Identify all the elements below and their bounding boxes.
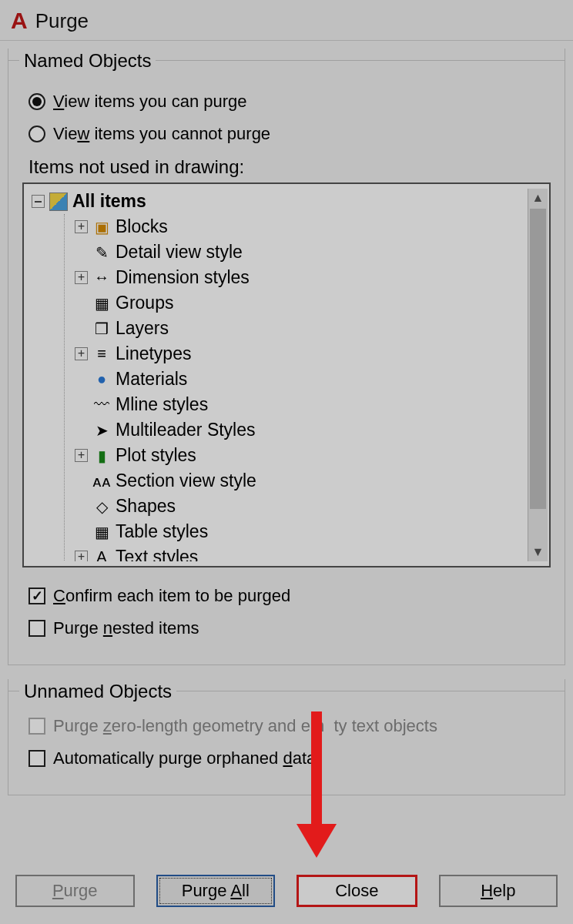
title-bar: A Purge [0, 0, 573, 41]
tree-spacer [75, 296, 88, 310]
tree-node-label: Materials [116, 369, 187, 390]
button-bar: Purge Purge All Close Help [0, 858, 573, 924]
purge-button: Purge [15, 875, 135, 907]
tree-node[interactable]: ◇Shapes [30, 494, 528, 519]
scroll-thumb[interactable] [530, 209, 546, 509]
tree-spacer [75, 373, 88, 386]
tree-node-icon: ᴀᴀ [92, 472, 111, 490]
tree-node[interactable]: 〰Mline styles [30, 392, 528, 417]
tree-node[interactable]: ᴀᴀSection view style [30, 468, 528, 494]
tree-node-icon: ✎ [92, 243, 111, 262]
checkbox-label: Confirm each item to be purged [53, 586, 290, 606]
checkbox-label: Purge zero-length geometry and em ty tex… [53, 716, 437, 736]
tree-node-label: Table styles [116, 521, 208, 542]
radio-label: View items you cannot purge [53, 124, 270, 144]
tree-node-label: Layers [116, 318, 169, 339]
scroll-up-icon[interactable]: ▲ [528, 189, 548, 207]
scroll-down-icon[interactable]: ▼ [528, 543, 548, 561]
tree-node-label: Blocks [116, 216, 168, 237]
tree-node[interactable]: ▦Groups [30, 290, 528, 316]
tree-node[interactable]: +AText styles [30, 544, 528, 561]
checkbox-icon [28, 588, 45, 604]
tree-node-icon: ❒ [92, 320, 111, 338]
window-title: Purge [35, 9, 89, 33]
tree-node-label: Mline styles [116, 394, 208, 415]
radio-label: View items you can purge [53, 92, 247, 112]
tree-node[interactable]: ▦Table styles [30, 519, 528, 544]
help-button[interactable]: Help [439, 875, 558, 907]
tree-node-label: Text styles [116, 547, 198, 561]
tree-node-label: Plot styles [116, 445, 196, 466]
collapse-icon[interactable]: – [32, 195, 45, 208]
tree-view[interactable]: – All items +▣Blocks✎Detail view style+↔… [22, 182, 551, 567]
purge-all-button[interactable]: Purge All [156, 875, 276, 907]
expand-icon[interactable]: + [75, 271, 88, 284]
tree-node-label: Linetypes [116, 343, 191, 364]
tree-node[interactable]: +↔Dimension styles [30, 265, 528, 290]
tree-node[interactable]: ➤Multileader Styles [30, 417, 528, 443]
radio-view-can-purge[interactable]: View items you can purge [28, 92, 551, 112]
tree-spacer [75, 474, 88, 487]
tree-node-label: Multileader Styles [116, 420, 256, 440]
radio-view-cannot-purge[interactable]: View items you cannot purge [28, 124, 551, 144]
tree-node-icon: ↔ [92, 269, 111, 287]
tree-node-label: Detail view style [116, 242, 243, 263]
tree-node[interactable]: ❒Layers [30, 316, 528, 341]
tree-node[interactable]: +≡Linetypes [30, 341, 528, 367]
tree-node-icon: ▮ [92, 447, 111, 465]
tree-node[interactable]: ✎Detail view style [30, 239, 528, 265]
checkbox-label: Purge nested items [53, 618, 199, 638]
unnamed-objects-group: Unnamed Objects Purge zero-length geomet… [8, 679, 565, 795]
tree-node[interactable]: +▮Plot styles [30, 443, 528, 468]
tree-node-icon: ≡ [92, 345, 111, 363]
tree-node-label: Groups [116, 293, 173, 313]
tree-node-label: Shapes [116, 496, 176, 517]
scrollbar[interactable]: ▲ ▼ [528, 189, 548, 561]
tree-node-icon: ● [92, 370, 111, 389]
items-not-used-label: Items not used in drawing: [28, 156, 551, 178]
checkbox-icon [28, 750, 45, 767]
named-objects-legend: Named Objects [19, 50, 156, 72]
unnamed-objects-legend: Unnamed Objects [19, 681, 176, 702]
tree-node-label: All items [72, 191, 146, 212]
tree-node[interactable]: ●Materials [30, 367, 528, 392]
tree-node-icon: 〰 [92, 396, 111, 414]
tree-node-icon: A [92, 548, 111, 562]
tree-spacer [75, 398, 88, 411]
tree-node-icon: ➤ [92, 421, 111, 440]
tree-node[interactable]: +▣Blocks [30, 214, 528, 239]
close-button[interactable]: Close [297, 875, 417, 907]
tree-spacer [75, 322, 88, 335]
tree-node-icon: ▦ [92, 523, 111, 541]
tree-node-icon: ◇ [92, 497, 111, 516]
expand-icon[interactable]: + [75, 449, 88, 462]
expand-icon[interactable]: + [75, 551, 88, 561]
tree-spacer [75, 424, 88, 437]
tree-node-icon: ▦ [92, 294, 111, 313]
checkbox-zero-length: Purge zero-length geometry and em ty tex… [28, 716, 551, 736]
tree-spacer [75, 525, 88, 538]
expand-icon[interactable]: + [75, 220, 88, 233]
tree-node-label: Dimension styles [116, 267, 250, 288]
checkbox-icon [28, 620, 45, 637]
tree-node-icon: ▣ [92, 218, 111, 236]
named-objects-group: Named Objects View items you can purge V… [8, 49, 565, 665]
all-items-icon [49, 192, 68, 211]
tree-spacer [75, 246, 88, 259]
radio-icon [28, 126, 45, 142]
radio-icon [28, 93, 45, 110]
tree-node-all-items[interactable]: – All items [30, 189, 528, 214]
checkbox-confirm-each[interactable]: Confirm each item to be purged [28, 586, 551, 606]
checkbox-icon [28, 718, 45, 735]
tree-spacer [75, 500, 88, 513]
autocad-logo-icon: A [11, 8, 28, 34]
checkbox-orphaned-data[interactable]: Automatically purge orphaned data [28, 748, 551, 768]
checkbox-purge-nested[interactable]: Purge nested items [28, 618, 551, 638]
expand-icon[interactable]: + [75, 347, 88, 360]
tree-node-label: Section view style [116, 470, 256, 491]
checkbox-label: Automatically purge orphaned data [53, 748, 316, 768]
